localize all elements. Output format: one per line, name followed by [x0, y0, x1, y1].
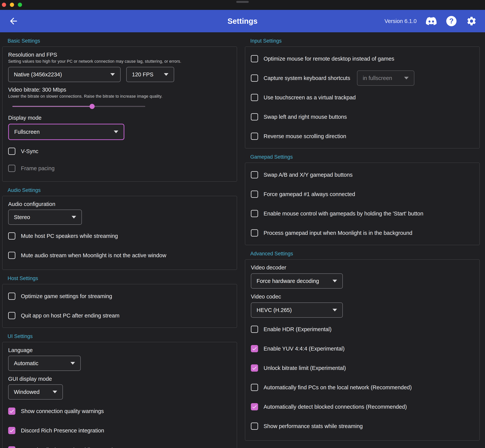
arrow-left-icon	[8, 16, 19, 26]
resolution-fps-label: Resolution and FPS	[8, 52, 231, 58]
discord-presence-checkbox[interactable]: Discord Rich Presence integration	[8, 421, 231, 440]
help-button[interactable]: ?	[446, 16, 457, 27]
quality-warnings-checkbox[interactable]: Show connection quality warnings	[8, 401, 231, 421]
host-settings-heading: Host Settings	[8, 275, 237, 281]
unlock-bitrate-checkbox[interactable]: Unlock bitrate limit (Experimental)	[251, 358, 474, 378]
checkbox-box[interactable]	[251, 191, 258, 198]
gamepad-settings-group: Swap A/B and X/Y gamepad buttons Force g…	[245, 163, 480, 245]
zoom-window-button[interactable]	[18, 3, 22, 7]
quit-app-checkbox[interactable]: Quit app on host PC after ending stream	[8, 306, 231, 325]
video-decoder-dropdown[interactable]: Force hardware decoding	[251, 273, 343, 288]
hdr-checkbox[interactable]: Enable HDR (Experimental)	[251, 320, 474, 339]
capture-mode-dropdown[interactable]: in fullscreen	[357, 71, 414, 86]
fps-dropdown[interactable]: 120 FPS	[126, 67, 174, 82]
window-titlebar	[0, 0, 485, 10]
fps-dropdown-value: 120 FPS	[132, 72, 153, 78]
checkbox-label: Quit app on host PC after ending stream	[21, 312, 119, 319]
gamepad-mouse-control-checkbox[interactable]: Enable mouse control with gamepads by ho…	[251, 204, 474, 223]
capture-mode-dropdown-value: in fullscreen	[363, 75, 392, 81]
vsync-checkbox[interactable]: V-Sync	[8, 143, 231, 160]
video-codec-dropdown[interactable]: HEVC (H.265)	[251, 303, 343, 318]
chevron-down-icon	[333, 280, 337, 282]
close-window-button[interactable]	[2, 3, 6, 7]
checkbox-box[interactable]	[8, 427, 15, 434]
checkbox-label: Frame pacing	[21, 165, 55, 172]
gamepad-background-checkbox[interactable]: Process gamepad input when Moonlight is …	[251, 223, 474, 243]
force-gamepad-checkbox[interactable]: Force gamepad #1 always connected	[251, 184, 474, 204]
chevron-down-icon	[164, 73, 168, 76]
discord-button[interactable]	[426, 16, 437, 27]
gui-mode-dropdown[interactable]: Windowed	[8, 384, 63, 400]
checkbox-box[interactable]	[251, 210, 258, 217]
checkbox-box[interactable]	[251, 133, 258, 140]
reverse-scroll-checkbox[interactable]: Reverse mouse scrolling direction	[251, 127, 474, 146]
slider-thumb[interactable]	[90, 104, 95, 109]
left-column: Basic Settings Resolution and FPS Settin…	[2, 32, 237, 448]
checkbox-label: Swap A/B and X/Y gamepad buttons	[264, 172, 353, 178]
basic-settings-heading: Basic Settings	[8, 38, 237, 44]
checkbox-box[interactable]	[251, 113, 258, 120]
checkbox-label: Keep the display awake while streaming	[21, 447, 119, 448]
checkbox-box[interactable]	[251, 74, 258, 82]
checkbox-box[interactable]	[8, 446, 15, 448]
checkbox-label: Automatically detect blocked connections…	[264, 404, 407, 410]
version-label: Version 6.1.0	[384, 18, 417, 24]
checkbox-box[interactable]	[8, 232, 15, 240]
video-decoder-label: Video decoder	[251, 264, 474, 271]
app-header: Settings Version 6.1.0 ?	[0, 10, 485, 32]
check-icon	[252, 365, 257, 371]
back-button[interactable]	[8, 16, 19, 27]
chevron-down-icon	[70, 362, 75, 365]
perf-stats-checkbox[interactable]: Show performance stats while streaming	[251, 416, 474, 436]
checkbox-box[interactable]	[8, 312, 15, 319]
frame-pacing-checkbox[interactable]: Frame pacing	[8, 160, 231, 177]
optimize-game-checkbox[interactable]: Optimize game settings for streaming	[8, 287, 231, 306]
checkbox-label: Unlock bitrate limit (Experimental)	[264, 365, 346, 371]
minimize-window-button[interactable]	[10, 3, 14, 7]
checkbox-box[interactable]	[8, 293, 15, 300]
checkbox-box[interactable]	[251, 326, 258, 333]
swap-ab-checkbox[interactable]: Swap A/B and X/Y gamepad buttons	[251, 165, 474, 184]
mute-host-checkbox[interactable]: Mute host PC speakers while streaming	[8, 226, 231, 246]
keep-awake-checkbox[interactable]: Keep the display awake while streaming	[8, 440, 231, 448]
chevron-down-icon	[53, 391, 57, 393]
checkbox-box[interactable]	[251, 94, 258, 101]
window-drag-pill	[236, 1, 249, 3]
gui-mode-dropdown-value: Windowed	[14, 389, 39, 395]
checkbox-box[interactable]	[251, 229, 258, 237]
touchscreen-checkbox[interactable]: Use touchscreen as a virtual trackpad	[251, 88, 474, 107]
checkbox-box[interactable]	[251, 364, 258, 372]
detect-blocked-checkbox[interactable]: Automatically detect blocked connections…	[251, 397, 474, 416]
resolution-dropdown[interactable]: Native (3456x2234)	[8, 67, 121, 82]
checkbox-box[interactable]	[251, 403, 258, 410]
checkbox-box[interactable]	[251, 423, 258, 430]
bitrate-slider[interactable]	[12, 104, 145, 109]
checkbox-box[interactable]	[8, 165, 15, 172]
checkbox-box[interactable]	[8, 148, 15, 155]
capture-shortcuts-checkbox[interactable]: Capture system keyboard shortcuts in ful…	[251, 68, 474, 88]
video-decoder-dropdown-value: Force hardware decoding	[257, 278, 319, 284]
checkbox-label: Mute audio stream when Moonlight is not …	[21, 252, 166, 259]
language-dropdown[interactable]: Automatic	[8, 356, 81, 371]
checkbox-box[interactable]	[251, 55, 258, 62]
checkbox-label: Optimize mouse for remote desktop instea…	[264, 56, 394, 62]
help-icon: ?	[446, 16, 456, 26]
page-title: Settings	[227, 17, 258, 25]
yuv444-checkbox[interactable]: Enable YUV 4:4:4 (Experimental)	[251, 339, 474, 358]
checkbox-box[interactable]	[251, 171, 258, 178]
checkbox-box[interactable]	[251, 384, 258, 391]
checkbox-box[interactable]	[8, 408, 15, 415]
display-mode-dropdown[interactable]: Fullscreen	[8, 124, 124, 140]
audio-config-dropdown[interactable]: Stereo	[8, 209, 82, 225]
ui-settings-heading: UI Settings	[8, 333, 237, 339]
optimize-mouse-checkbox[interactable]: Optimize mouse for remote desktop instea…	[251, 49, 474, 68]
checkbox-box[interactable]	[251, 345, 258, 352]
check-icon	[9, 408, 15, 414]
mute-inactive-checkbox[interactable]: Mute audio stream when Moonlight is not …	[8, 246, 231, 265]
swap-mouse-checkbox[interactable]: Swap left and right mouse buttons	[251, 107, 474, 127]
settings-button[interactable]	[466, 16, 477, 27]
check-icon	[252, 346, 257, 352]
checkbox-box[interactable]	[8, 252, 15, 259]
discord-icon	[426, 16, 437, 26]
find-pcs-checkbox[interactable]: Automatically find PCs on the local netw…	[251, 378, 474, 397]
